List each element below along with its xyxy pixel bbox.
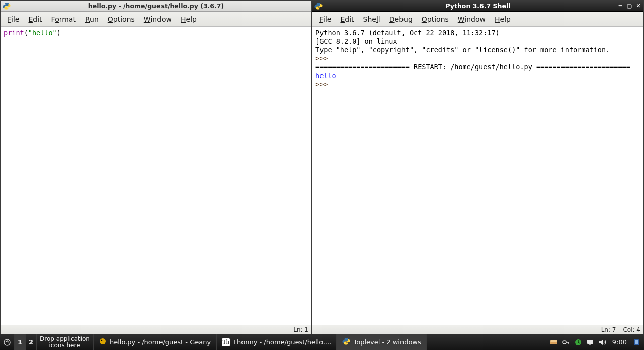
svg-rect-8: [589, 344, 591, 345]
editor-text-area[interactable]: print("hello"): [1, 27, 311, 325]
taskbar: 1 2 Drop application icons here hello.py…: [0, 334, 644, 350]
shell-col-indicator: Col: 4: [623, 326, 640, 333]
task-thonny[interactable]: Th Thonny - /home/guest/hello....: [216, 334, 337, 350]
menu-options[interactable]: Options: [418, 14, 453, 25]
task-geany[interactable]: hello.py - /home/guest - Geany: [93, 334, 216, 350]
volume-icon[interactable]: [598, 338, 606, 346]
menu-window[interactable]: Window: [140, 14, 176, 25]
menu-options[interactable]: Options: [104, 14, 139, 25]
task-label: hello.py - /home/guest - Geany: [110, 338, 211, 346]
logout-icon[interactable]: [633, 338, 641, 346]
shell-line-indicator: Ln: 7: [601, 326, 616, 333]
system-tray: 9:00: [547, 334, 644, 350]
task-toplevel[interactable]: Toplevel - 2 windows: [337, 334, 426, 350]
idle-shell-window: Python 3.6.7 Shell ━ ▢ ✕ File Edit Shell…: [312, 0, 644, 334]
workspace-1[interactable]: 1: [15, 334, 26, 350]
svg-point-2: [101, 340, 103, 341]
code-keyword: print: [4, 29, 24, 37]
shell-banner-2: [GCC 8.2.0] on linux: [315, 37, 397, 45]
shell-titlebar[interactable]: Python 3.6.7 Shell ━ ▢ ✕: [312, 1, 643, 12]
drop-applications-hint[interactable]: Drop application icons here: [37, 334, 93, 350]
code-paren-close: ): [57, 29, 61, 37]
update-icon[interactable]: [574, 338, 582, 346]
close-button[interactable]: ✕: [634, 2, 642, 10]
menu-window[interactable]: Window: [454, 14, 490, 25]
shell-title: Python 3.6.7 Shell: [445, 2, 510, 10]
editor-statusbar: Ln: 1: [1, 325, 311, 334]
drive-icon[interactable]: [550, 338, 558, 346]
maximize-button[interactable]: ▢: [625, 2, 633, 10]
shell-prompt: >>>: [315, 54, 332, 62]
show-desktop-button[interactable]: [0, 334, 15, 350]
editor-titlebar[interactable]: hello.py - /home/guest/hello.py (3.6.7): [1, 1, 311, 12]
minimize-button[interactable]: ━: [616, 2, 624, 10]
svg-rect-7: [587, 340, 593, 344]
editor-title: hello.py - /home/guest/hello.py (3.6.7): [88, 2, 224, 10]
python-icon: [3, 2, 11, 10]
editor-menubar: File Edit Format Run Options Window Help: [1, 12, 311, 27]
menu-file[interactable]: File: [315, 14, 335, 25]
svg-point-0: [4, 339, 10, 345]
svg-point-1: [100, 338, 106, 344]
code-paren-open: (: [24, 29, 28, 37]
monitor-icon[interactable]: [586, 338, 594, 346]
shell-output: hello: [315, 72, 336, 80]
menu-edit[interactable]: Edit: [24, 14, 46, 25]
thonny-icon: Th: [222, 338, 230, 346]
menu-debug[interactable]: Debug: [385, 14, 417, 25]
idle-editor-window: hello.py - /home/guest/hello.py (3.6.7) …: [0, 0, 312, 334]
workspace-2[interactable]: 2: [26, 334, 37, 350]
menu-format[interactable]: Format: [47, 14, 80, 25]
clock[interactable]: 9:00: [610, 338, 629, 346]
menu-shell[interactable]: Shell: [359, 14, 384, 25]
menu-file[interactable]: File: [4, 14, 23, 25]
menu-help[interactable]: Help: [491, 14, 515, 25]
svg-rect-4: [550, 340, 557, 342]
code-string: "hello": [28, 29, 57, 37]
editor-line-indicator: Ln: 1: [293, 326, 308, 333]
svg-point-5: [563, 341, 566, 344]
svg-rect-10: [635, 340, 638, 344]
task-label: Toplevel - 2 windows: [353, 338, 421, 346]
key-icon[interactable]: [562, 338, 570, 346]
shell-banner-1: Python 3.6.7 (default, Oct 22 2018, 11:3…: [315, 29, 504, 37]
python-icon: [342, 337, 350, 347]
menu-help[interactable]: Help: [177, 14, 201, 25]
shell-prompt: >>>: [315, 80, 332, 88]
shell-statusbar: Ln: 7 Col: 4: [312, 325, 643, 334]
text-cursor: [333, 81, 333, 88]
menu-edit[interactable]: Edit: [336, 14, 358, 25]
geany-icon: [99, 337, 107, 347]
shell-restart-line: ======================= RESTART: /home/g…: [315, 63, 630, 71]
shell-banner-3: Type "help", "copyright", "credits" or "…: [315, 46, 610, 54]
python-icon: [314, 2, 323, 10]
shell-menubar: File Edit Shell Debug Options Window Hel…: [312, 12, 643, 27]
menu-run[interactable]: Run: [81, 14, 103, 25]
task-label: Thonny - /home/guest/hello....: [233, 338, 331, 346]
shell-text-area[interactable]: Python 3.6.7 (default, Oct 22 2018, 11:3…: [312, 27, 643, 325]
